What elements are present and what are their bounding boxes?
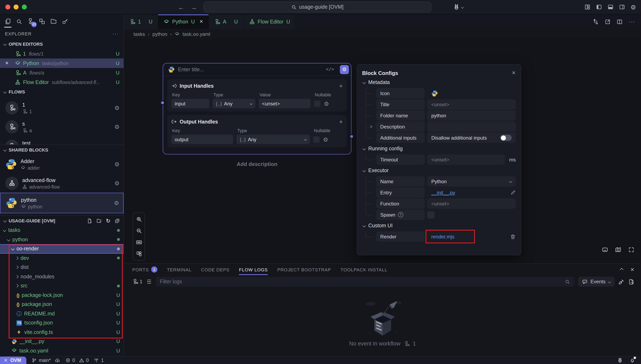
node-title-input[interactable]: Enter title... [178, 66, 323, 72]
nullable-checkbox[interactable] [314, 100, 321, 107]
tab-python-active[interactable]: Python U ✕ [158, 14, 209, 29]
tab-code-deps[interactable]: CODE DEPS [201, 264, 230, 275]
toggle-panel-icon[interactable] [602, 247, 608, 253]
log-level-filter-icon[interactable] [146, 279, 152, 284]
notifications-bell[interactable] [629, 358, 635, 363]
export-logs-icon[interactable] [628, 278, 634, 285]
tree-item[interactable]: tasks [0, 226, 124, 235]
project-section-header[interactable]: USAGE-GUIDE [OVM] ↻ [0, 216, 124, 226]
tab-flow-editor[interactable]: Flow Editor U [244, 14, 296, 29]
activity-secrets-icon[interactable] [62, 18, 68, 25]
tree-item[interactable]: src [0, 281, 124, 290]
fit-view-icon[interactable] [628, 247, 634, 253]
flow-card[interactable]: s a ⚙ [0, 117, 124, 136]
settings-gear-icon[interactable]: ⚙ [630, 4, 636, 10]
shared-block-card-selected[interactable]: python python ⚙ [0, 193, 124, 213]
flow-card[interactable]: test [0, 136, 124, 144]
metadata-section-header[interactable]: Metadata [362, 77, 516, 88]
close-panel-icon[interactable]: ✕ [512, 70, 516, 76]
back-icon[interactable]: ← [178, 4, 184, 10]
tree-item[interactable]: dev [0, 254, 124, 263]
toggle-sidebar-right-icon[interactable] [619, 4, 625, 10]
flows-header[interactable]: FLOWS [0, 87, 124, 97]
open-editor-item[interactable]: A flows/a U [0, 68, 124, 78]
tab-flow-logs[interactable]: FLOW LOGS [239, 264, 268, 275]
toggle-panel-bottom-icon[interactable] [607, 4, 613, 10]
help-icon[interactable]: ? [398, 212, 403, 218]
refresh-icon[interactable]: ↻ [106, 218, 110, 224]
flow-settings-gear-icon[interactable]: ⚙ [114, 105, 120, 111]
minimap-icon[interactable] [615, 247, 621, 253]
minimize-window-button[interactable] [14, 4, 19, 10]
handle-type-select[interactable]: {..}Any [213, 99, 255, 108]
spawn-checkbox[interactable] [427, 211, 435, 218]
compare-changes-icon[interactable] [593, 19, 598, 24]
python-block-node[interactable]: Enter title... </> ⚙ Input Handles + Key… [163, 63, 351, 154]
more-actions-icon[interactable]: ··· [629, 18, 635, 25]
node-settings-gear-button[interactable]: ⚙ [340, 65, 349, 74]
activity-folder-icon[interactable] [50, 18, 57, 25]
flow-canvas[interactable]: Enter title... </> ⚙ Input Handles + Key… [124, 39, 641, 264]
tab-flow-1[interactable]: 1 U [124, 14, 158, 29]
disallow-additional-inputs-toggle[interactable] [500, 135, 512, 141]
tree-item[interactable]: dist [0, 263, 124, 272]
tree-item[interactable]: {} package.jsonU [0, 300, 124, 309]
problems-status[interactable]: 0 0 [65, 358, 89, 363]
render-input[interactable]: render.mjs [427, 232, 473, 242]
window-search-bar[interactable]: usage-guide [OVM] [204, 2, 431, 12]
tab-project-bootstrap[interactable]: PROJECT BOOTSTRAP [277, 264, 331, 275]
output-connection-handle[interactable] [349, 134, 354, 139]
flow-card[interactable]: 1 1 ⚙ [0, 98, 124, 117]
tree-item-selected[interactable]: oo-render [0, 244, 124, 254]
open-editor-item[interactable]: Flow Editor subflows/advanced-fl... U [0, 78, 124, 87]
zoom-window-button[interactable] [22, 4, 27, 10]
description-input[interactable] [427, 122, 516, 132]
assistant-menu[interactable] [453, 4, 463, 10]
tree-item[interactable]: __init__.pyU [0, 337, 124, 346]
block-settings-gear-icon[interactable]: ⚙ [114, 180, 120, 186]
shared-block-card[interactable]: Adder adder ⚙ [0, 155, 124, 174]
close-panel-icon[interactable]: ✕ [630, 267, 634, 272]
split-editor-icon[interactable] [617, 19, 622, 24]
nullable-checkbox[interactable] [313, 136, 320, 143]
new-folder-icon[interactable] [96, 218, 102, 224]
function-input[interactable]: <unset> [427, 198, 516, 209]
explorer-more-icon[interactable]: ··· [113, 31, 119, 37]
tree-item[interactable]: task.oo.yamlU [0, 346, 124, 355]
entry-value[interactable]: __init__.py [427, 187, 505, 198]
icon-value[interactable] [427, 88, 516, 98]
clear-logs-broom-icon[interactable] [618, 278, 624, 285]
open-editor-item-active[interactable]: ✕ Python tasks/python U [0, 58, 124, 68]
add-input-handle-button[interactable]: + [339, 82, 343, 89]
breadcrumb[interactable]: tasks › python › task.oo.yaml [124, 29, 641, 39]
events-dropdown[interactable]: Events [578, 277, 615, 286]
block-settings-gear-icon[interactable]: ⚙ [114, 200, 119, 206]
close-icon[interactable]: ✕ [5, 60, 9, 66]
close-window-button[interactable] [5, 4, 10, 10]
ports-status[interactable]: 1 [94, 358, 104, 363]
edit-code-icon[interactable]: </> [326, 67, 334, 72]
tree-item[interactable]: {} package-lock.jsonU [0, 290, 124, 300]
timeout-input[interactable]: <unset> [427, 154, 505, 165]
tree-item[interactable]: python [0, 235, 124, 244]
tree-item[interactable]: vite.config.tsU [0, 328, 124, 337]
ovm-status-button[interactable]: OVM [0, 356, 26, 364]
edit-pencil-icon[interactable] [510, 190, 516, 195]
filter-logs-input[interactable]: Filter logs [156, 277, 574, 286]
executor-section-header[interactable]: Executor [362, 165, 516, 176]
title-input[interactable]: <unset> [427, 99, 516, 110]
auto-layout-icon[interactable] [136, 251, 142, 257]
handle-key-input[interactable]: input [171, 99, 209, 108]
toggle-sidebar-left-icon[interactable] [596, 4, 602, 10]
handle-value-input[interactable]: <unset> [259, 99, 311, 108]
shared-blocks-header[interactable]: SHARED BLOCKS [0, 145, 124, 155]
layout-grid-icon[interactable] [584, 4, 590, 10]
tree-item[interactable]: ⓘ README.mdU [0, 309, 124, 318]
tab-terminal[interactable]: TERMINAL [167, 264, 191, 275]
open-preview-icon[interactable] [605, 19, 610, 24]
new-file-icon[interactable] [87, 218, 92, 224]
handle-type-select[interactable]: {..}Any [236, 135, 310, 144]
tab-toolpack-install[interactable]: TOOLPACK INSTALL [340, 264, 387, 275]
activity-search-icon[interactable] [16, 18, 22, 24]
add-output-handle-button[interactable]: + [339, 118, 343, 125]
